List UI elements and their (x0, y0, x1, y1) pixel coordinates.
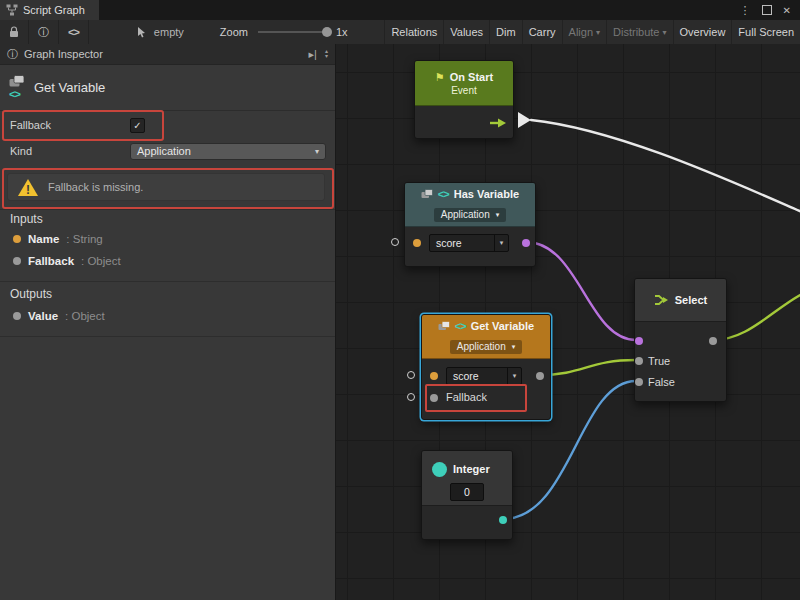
code-icon: <> (9, 88, 20, 100)
fallback-port-label: Fallback (446, 391, 487, 404)
port-integer-output[interactable] (499, 516, 507, 524)
input-row-name: Name : String (13, 233, 103, 245)
kind-dropdown[interactable]: Application ▾ (130, 143, 326, 160)
dim-button[interactable]: Dim (489, 20, 522, 44)
script-graph-icon (6, 4, 18, 16)
fallback-label: Fallback (10, 119, 130, 131)
port-dot-gray (13, 257, 21, 265)
integer-type-icon (432, 462, 447, 477)
kind-dropdown[interactable]: Application ▾ (450, 340, 522, 354)
values-button[interactable]: Values (443, 20, 489, 44)
wire-layer (336, 44, 800, 600)
script-graph-window: Script Graph ⋮ ✕ ⓘ <> empty Zoom (0, 0, 800, 600)
fallback-field-row: Fallback ✓ (0, 113, 335, 137)
fullscreen-button[interactable]: Full Screen (731, 20, 800, 44)
port-true-input[interactable] (635, 357, 643, 365)
fallback-checkbox[interactable]: ✓ (130, 118, 145, 133)
inspector-header: ⓘ Graph Inspector ▸| ▴▾ (0, 44, 335, 65)
unconnected-port-indicator (407, 371, 415, 379)
inspector-header-label: Graph Inspector (24, 48, 103, 60)
dropdown-arrow-icon: ▾ (315, 147, 319, 156)
svg-text:!: ! (26, 182, 30, 196)
scroll-spinner-icon[interactable]: ▴▾ (325, 49, 328, 59)
kind-field-row: Kind Application ▾ (0, 139, 335, 163)
code-icon: <> (455, 320, 466, 332)
wire-on-start (531, 120, 800, 212)
port-name-input[interactable] (413, 239, 421, 247)
lock-icon (9, 26, 19, 38)
inspector-title: Get Variable (34, 80, 105, 95)
node-integer[interactable]: Integer 0 (421, 450, 513, 540)
tab-script-graph[interactable]: Script Graph (0, 0, 99, 20)
node-select[interactable]: Select True False (634, 278, 727, 402)
warning-helpbox: ! Fallback is missing. (7, 173, 325, 201)
port-selection-output[interactable] (709, 337, 717, 345)
name-value-field[interactable]: score ▾ (446, 367, 522, 385)
distribute-button[interactable]: Distribute▾ (606, 20, 672, 44)
graph-inspector-panel: ⓘ Graph Inspector ▸| ▴▾ <> Get Variable … (0, 44, 336, 600)
inspect-button[interactable]: ⓘ (29, 20, 59, 44)
dropdown-arrow-icon: ▾ (596, 28, 600, 37)
warning-icon: ! (17, 178, 39, 197)
integer-value-field[interactable]: 0 (450, 483, 484, 501)
unconnected-port-indicator (407, 393, 415, 401)
divider (0, 281, 335, 282)
flag-icon: ⚑ (435, 71, 445, 84)
zoom-slider[interactable] (258, 31, 330, 33)
inputs-header: Inputs (10, 212, 43, 226)
node-on-start[interactable]: ⚑ On Start Event (414, 60, 514, 139)
code-preview-button[interactable]: <> (59, 20, 89, 44)
selection-picker[interactable]: empty (137, 26, 184, 38)
select-icon (654, 293, 669, 307)
has-variable-header: <> Has Variable Application ▾ (405, 183, 535, 227)
zoom-slider-handle[interactable] (322, 27, 332, 37)
node-has-variable[interactable]: <> Has Variable Application ▾ score ▾ (404, 182, 536, 267)
check-icon: ✓ (133, 120, 141, 131)
zoom-value: 1x (336, 26, 348, 38)
dropdown-arrow-icon: ▾ (663, 28, 667, 37)
code-icon: <> (438, 188, 449, 200)
lock-button[interactable] (0, 20, 29, 44)
dropdown-arrow-icon: ▾ (496, 211, 500, 219)
node-get-variable[interactable]: <> Get Variable Application ▾ score ▾ Fa… (421, 314, 551, 420)
overview-button[interactable]: Overview (673, 20, 732, 44)
port-is-variable-defined-output[interactable] (522, 239, 530, 247)
kind-label: Kind (10, 145, 130, 157)
select-header: Select (635, 279, 726, 322)
on-start-header: ⚑ On Start Event (415, 61, 513, 106)
info-icon: ⓘ (7, 47, 18, 62)
port-condition-input[interactable] (635, 337, 643, 345)
zoom-label: Zoom (220, 26, 248, 38)
port-value-output[interactable] (536, 372, 544, 380)
dock-icon[interactable]: ▸| (309, 48, 317, 61)
outputs-header: Outputs (10, 287, 52, 301)
port-false-input[interactable] (635, 378, 643, 386)
close-icon[interactable]: ✕ (783, 5, 791, 16)
port-name-input[interactable] (430, 372, 438, 380)
carry-button[interactable]: Carry (522, 20, 562, 44)
divider (0, 209, 335, 210)
window-menu-icon[interactable]: ⋮ (740, 4, 751, 17)
variables-icon (438, 321, 450, 331)
inspector-unit-title: <> Get Variable (0, 65, 335, 111)
false-port-label: False (648, 376, 675, 389)
event-subtitle: Event (415, 85, 513, 96)
maximize-icon[interactable] (762, 5, 772, 15)
kind-dropdown[interactable]: Application ▾ (434, 208, 506, 222)
graph-toolbar: ⓘ <> empty Zoom 1x Relations Values Dim … (0, 20, 800, 45)
trigger-output-port[interactable] (489, 117, 507, 129)
port-fallback-input[interactable] (430, 394, 438, 402)
relations-button[interactable]: Relations (384, 20, 443, 44)
name-value-field[interactable]: score ▾ (429, 234, 509, 252)
align-button[interactable]: Align▾ (562, 20, 606, 44)
graph-canvas[interactable]: ⚑ On Start Event (336, 44, 800, 600)
tab-label: Script Graph (23, 4, 85, 16)
port-dot-orange (13, 235, 21, 243)
wire-start-arrow-icon (518, 112, 531, 128)
window-titlebar: Script Graph ⋮ ✕ (0, 0, 800, 20)
unconnected-port-indicator (391, 238, 399, 246)
output-row-value: Value : Object (13, 310, 105, 322)
dropdown-arrow-icon: ▾ (507, 368, 521, 384)
code-icon: <> (68, 26, 79, 38)
dropdown-arrow-icon: ▾ (512, 343, 516, 351)
